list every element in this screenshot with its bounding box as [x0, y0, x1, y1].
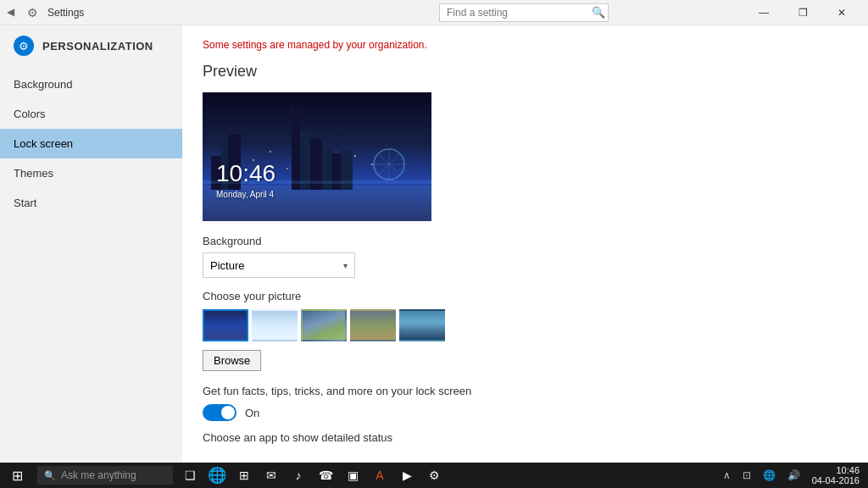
- background-dropdown-value: Picture: [210, 259, 244, 272]
- chevron-up-icon: ∧: [723, 469, 731, 481]
- taskbar-search-icon: 🔍: [44, 470, 56, 481]
- city-svg: [203, 92, 431, 221]
- thumbnail-1[interactable]: [203, 309, 248, 341]
- taskbar-app-photos[interactable]: ▣: [339, 463, 366, 488]
- fun-facts-label: Get fun facts, tips, tricks, and more on…: [203, 385, 848, 397]
- taskbar-search-text: Ask me anything: [61, 469, 136, 481]
- toggle-row: On: [203, 404, 848, 421]
- svg-point-4: [287, 168, 288, 169]
- volume-icon: 🔊: [787, 469, 800, 481]
- toggle-knob: [221, 406, 235, 419]
- app-container: ⚙ PERSONALIZATION Background Colors Lock…: [0, 25, 868, 488]
- search-input[interactable]: [439, 3, 609, 22]
- clock-time: 10:46: [836, 465, 860, 475]
- titlebar-controls: — ❐ ✕: [744, 0, 861, 25]
- taskbar-app-store[interactable]: ⊞: [231, 463, 258, 488]
- clock-date: 04-04-2016: [812, 475, 860, 485]
- start-icon: ⊞: [12, 468, 23, 484]
- taskbar-left: ⊞ 🔍 Ask me anything ❑ 🌐 ⊞ ✉ ♪ ☎ ▣ A ▶ ⚙: [0, 463, 448, 488]
- search-icon: 🔍: [592, 6, 605, 19]
- titlebar-left: ◀ ⚙ Settings: [7, 6, 84, 19]
- volume-tray-icon[interactable]: 🔊: [782, 463, 805, 488]
- thumbnail-5[interactable]: [399, 309, 445, 341]
- choose-app-label: Choose an app to show detailed status: [203, 431, 848, 444]
- preview-background: 10:46 Monday, April 4: [203, 92, 431, 221]
- sidebar-item-lockscreen[interactable]: Lock screen: [0, 129, 182, 158]
- background-dropdown[interactable]: Picture ▾: [203, 252, 355, 278]
- taskbar-search[interactable]: 🔍 Ask me anything: [37, 466, 173, 485]
- org-notice: Some settings are managed by your organi…: [203, 39, 848, 51]
- close-button[interactable]: ✕: [822, 0, 861, 25]
- svg-rect-10: [292, 109, 300, 190]
- sidebar-header: ⚙ PERSONALIZATION: [0, 25, 182, 66]
- network-icon: 🌐: [763, 469, 776, 481]
- taskbar-right: ∧ ⊡ 🌐 🔊 10:46 04-04-2016: [718, 463, 868, 488]
- taskbar-apps: ❑ 🌐 ⊞ ✉ ♪ ☎ ▣ A ▶ ⚙: [176, 463, 448, 488]
- thumbnail-2[interactable]: [252, 309, 298, 341]
- settings-icon: ⚙: [27, 6, 41, 19]
- fun-facts-section: Get fun facts, tips, tricks, and more on…: [203, 385, 848, 421]
- taskbar-app-media[interactable]: ▶: [393, 463, 420, 488]
- network-tray-icon[interactable]: 🌐: [758, 463, 781, 488]
- thumbnail-4[interactable]: [350, 309, 396, 341]
- toggle-value-label: On: [245, 407, 259, 419]
- sidebar-item-background[interactable]: Background: [0, 69, 182, 99]
- background-field-label: Background: [203, 235, 848, 247]
- taskbar-app-taskview[interactable]: ❑: [176, 463, 203, 488]
- svg-point-5: [354, 155, 356, 157]
- svg-point-6: [371, 164, 373, 165]
- dropdown-arrow-icon: ▾: [343, 261, 348, 270]
- taskbar-app-settings[interactable]: ⚙: [420, 463, 448, 488]
- svg-rect-11: [290, 105, 293, 118]
- lock-screen-preview: 10:46 Monday, April 4: [203, 92, 431, 221]
- thumbnail-3[interactable]: [301, 309, 347, 341]
- preview-date: Monday, April 4: [216, 190, 274, 199]
- sidebar-item-colors[interactable]: Colors: [0, 99, 182, 129]
- sidebar-item-themes[interactable]: Themes: [0, 158, 182, 188]
- taskbar-app-phone[interactable]: ☎: [312, 463, 339, 488]
- titlebar-title: Settings: [47, 7, 84, 19]
- tablet-icon: ⊡: [743, 469, 751, 481]
- sidebar-item-start[interactable]: Start: [0, 188, 182, 218]
- taskbar: ⊞ 🔍 Ask me anything ❑ 🌐 ⊞ ✉ ♪ ☎ ▣ A ▶ ⚙ …: [0, 463, 868, 488]
- search-container: 🔍: [439, 3, 609, 22]
- choose-picture-label: Choose your picture: [203, 290, 848, 302]
- system-tray[interactable]: ∧: [718, 463, 736, 488]
- sidebar-title: PERSONALIZATION: [42, 40, 153, 53]
- svg-point-3: [270, 151, 271, 152]
- thumbnail-list: [203, 309, 848, 341]
- taskbar-app-edge[interactable]: 🌐: [203, 463, 231, 488]
- fun-facts-toggle[interactable]: [203, 404, 236, 421]
- restore-button[interactable]: ❐: [783, 0, 822, 25]
- back-icon[interactable]: ◀: [7, 6, 20, 19]
- content-area: Some settings are managed by your organi…: [182, 25, 868, 488]
- taskbar-app-mail[interactable]: ✉: [258, 463, 285, 488]
- page-title: Preview: [203, 63, 848, 80]
- minimize-button[interactable]: —: [744, 0, 783, 25]
- browse-button[interactable]: Browse: [203, 350, 261, 371]
- preview-time: 10:46: [216, 160, 275, 187]
- titlebar: ◀ ⚙ Settings 🔍 — ❐ ✕: [0, 0, 868, 25]
- personalization-icon: ⚙: [14, 36, 34, 56]
- start-button[interactable]: ⊞: [0, 463, 34, 488]
- tablet-tray-icon: ⊡: [737, 463, 756, 488]
- svg-rect-15: [332, 153, 341, 190]
- taskbar-app-acrobat[interactable]: A: [366, 463, 393, 488]
- taskbar-app-groove[interactable]: ♪: [285, 463, 312, 488]
- sidebar: ⚙ PERSONALIZATION Background Colors Lock…: [0, 25, 182, 488]
- clock[interactable]: 10:46 04-04-2016: [807, 463, 865, 488]
